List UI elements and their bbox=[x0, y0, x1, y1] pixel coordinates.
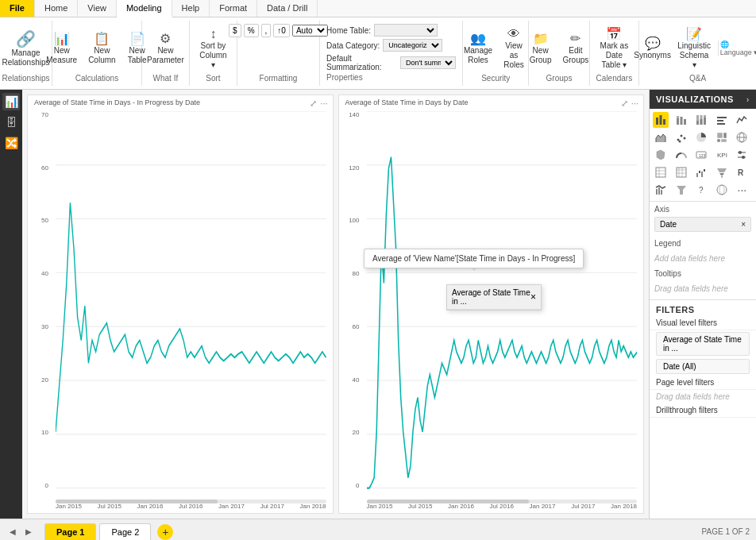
status-bar: ◀ ▶ Page 1 Page 2 + PAGE 1 OF 2 bbox=[0, 519, 756, 540]
viz-map[interactable] bbox=[734, 129, 750, 145]
viz-kpi[interactable]: KPI bbox=[714, 147, 730, 163]
viz-filled-map[interactable] bbox=[653, 147, 669, 163]
tab-file[interactable]: File bbox=[0, 0, 35, 17]
security-group-label: Security bbox=[481, 74, 510, 83]
sort-by-column-button[interactable]: ↕ Sort byColumn ▾ bbox=[195, 25, 230, 72]
page-1-tab[interactable]: Page 1 bbox=[44, 523, 96, 540]
default-summarization-row: Default Summarization: Don't summarize bbox=[326, 54, 456, 71]
prev-page-button[interactable]: ◀ bbox=[6, 526, 19, 538]
axis-field-remove[interactable]: × bbox=[741, 220, 746, 229]
filter-average-state-time[interactable]: Average of State Time in ... bbox=[656, 332, 750, 356]
viz-qna[interactable]: ? bbox=[693, 182, 709, 198]
edit-groups-button[interactable]: ✏ EditGroups bbox=[559, 29, 593, 68]
mark-as-date-table-button[interactable]: 📅 Mark asDate Table ▾ bbox=[596, 24, 633, 72]
new-measure-button[interactable]: 📊 NewMeasure bbox=[42, 29, 81, 68]
filter-date[interactable]: Date (All) bbox=[656, 359, 750, 374]
comma-button[interactable]: , bbox=[261, 24, 272, 37]
tab-view[interactable]: View bbox=[78, 0, 117, 17]
svg-rect-17 bbox=[660, 115, 662, 125]
axis-field[interactable]: Date × bbox=[654, 217, 751, 232]
svg-text:?: ? bbox=[699, 186, 704, 195]
axis-label: Axis bbox=[654, 205, 751, 214]
tab-format[interactable]: Format bbox=[210, 0, 257, 17]
home-table-row: Home Table: bbox=[326, 24, 456, 37]
data-category-select[interactable]: Uncategorized bbox=[383, 39, 442, 52]
whatif-group-label: What If bbox=[153, 74, 179, 83]
viz-100-stacked[interactable] bbox=[693, 112, 709, 128]
viz-scatter[interactable] bbox=[673, 129, 689, 145]
chart-left-expand-icon[interactable]: ⤢ bbox=[310, 98, 317, 109]
chart-right-x-axis: Jan 2015 Jul 2015 Jan 2016 Jul 2016 Jan … bbox=[367, 503, 638, 510]
visual-level-filters-label: Visual level filters bbox=[650, 316, 756, 330]
svg-point-48 bbox=[739, 151, 742, 154]
values-panel-close[interactable]: × bbox=[530, 291, 536, 303]
viz-matrix[interactable] bbox=[673, 164, 689, 180]
sidebar-report-icon[interactable]: 📊 bbox=[2, 93, 20, 110]
viz-card[interactable]: 123 bbox=[693, 147, 709, 163]
viz-waterfall[interactable] bbox=[693, 164, 709, 180]
viz-globe[interactable] bbox=[714, 182, 730, 198]
viz-bar-line[interactable] bbox=[653, 182, 669, 198]
drillthrough-filters-label: Drillthrough filters bbox=[650, 403, 756, 418]
relationships-icon: 🔗 bbox=[16, 29, 36, 48]
chart-container: Average of State Time in Days - In Progr… bbox=[22, 90, 649, 519]
filters-header: FILTERS bbox=[650, 302, 756, 316]
svg-rect-28 bbox=[704, 118, 706, 125]
next-page-button[interactable]: ▶ bbox=[22, 526, 35, 538]
values-panel-title: Average of State Time in ... bbox=[452, 288, 530, 306]
viz-gauge[interactable] bbox=[673, 147, 689, 163]
svg-rect-27 bbox=[700, 119, 703, 125]
viz-line-chart[interactable] bbox=[734, 112, 750, 128]
add-page-button[interactable]: + bbox=[157, 524, 173, 540]
viz-area-chart[interactable] bbox=[653, 129, 669, 145]
viz-pie-chart[interactable] bbox=[693, 129, 709, 145]
svg-rect-21 bbox=[680, 117, 682, 125]
viz-clustered-bar[interactable] bbox=[714, 112, 730, 128]
chart-left-more-icon[interactable]: ··· bbox=[320, 98, 327, 109]
chart-left-svg bbox=[56, 111, 326, 489]
percent-button[interactable]: % bbox=[244, 24, 259, 37]
currency-button[interactable]: $ bbox=[229, 24, 241, 37]
ribbon-group-groups: 📁 NewGroup ✏ EditGroups Groups bbox=[529, 21, 589, 86]
panel-expand-icon[interactable]: › bbox=[746, 94, 750, 104]
manage-roles-button[interactable]: 👥 ManageRoles bbox=[461, 29, 495, 68]
viz-r-script[interactable]: R bbox=[734, 164, 750, 180]
viz-bar-chart[interactable] bbox=[653, 112, 669, 128]
svg-rect-70 bbox=[661, 190, 662, 195]
synonyms-button[interactable]: 💬 Synonyms bbox=[633, 33, 672, 63]
tab-data-drill[interactable]: Data / Drill bbox=[257, 0, 318, 17]
ribbon-group-calendars: 📅 Mark asDate Table ▾ Calendars bbox=[590, 21, 640, 86]
ribbon-group-properties: Home Table: Data Category: Uncategorized… bbox=[320, 21, 463, 86]
new-group-button[interactable]: 📁 NewGroup bbox=[526, 29, 556, 68]
sidebar-data-icon[interactable]: 🗄 bbox=[2, 114, 20, 131]
viz-slicer[interactable] bbox=[734, 147, 750, 163]
svg-point-34 bbox=[683, 137, 685, 140]
viz-funnel[interactable] bbox=[714, 164, 730, 180]
new-column-button[interactable]: 📋 NewColumn bbox=[84, 29, 119, 68]
viz-more[interactable]: ··· bbox=[734, 182, 750, 198]
increase-decimal-button[interactable]: ↑0 bbox=[273, 24, 290, 37]
svg-rect-62 bbox=[701, 172, 703, 177]
chart-left[interactable]: Average of State Time in Days - In Progr… bbox=[27, 94, 334, 514]
main-layout: 📊 🗄 🔀 Average of State Time in Days - In… bbox=[0, 90, 756, 519]
svg-rect-69 bbox=[658, 187, 660, 195]
linguistic-schema-button[interactable]: 📝 LinguisticSchema ▾ bbox=[675, 24, 713, 72]
tab-help[interactable]: Help bbox=[172, 0, 210, 17]
viz-filter[interactable] bbox=[673, 182, 689, 198]
home-table-select[interactable] bbox=[374, 24, 438, 37]
page-2-tab[interactable]: Page 2 bbox=[99, 523, 151, 540]
chart-right-expand-icon[interactable]: ⤢ bbox=[621, 98, 628, 109]
sidebar-model-icon[interactable]: 🔀 bbox=[2, 134, 20, 152]
tab-home[interactable]: Home bbox=[35, 0, 78, 17]
summarization-select[interactable]: Don't summarize bbox=[400, 56, 456, 69]
new-parameter-icon: ⚙ bbox=[160, 31, 171, 46]
synonyms-icon: 💬 bbox=[645, 36, 661, 51]
tab-modeling[interactable]: Modeling bbox=[117, 0, 172, 17]
viz-stacked-bar[interactable] bbox=[673, 112, 689, 128]
viz-table[interactable] bbox=[653, 164, 669, 180]
new-parameter-button[interactable]: ⚙ NewParameter bbox=[143, 29, 188, 68]
chart-right-more-icon[interactable]: ··· bbox=[631, 98, 638, 109]
viz-treemap[interactable] bbox=[714, 129, 730, 145]
svg-rect-26 bbox=[696, 121, 699, 125]
axis-field-value: Date bbox=[660, 220, 677, 229]
